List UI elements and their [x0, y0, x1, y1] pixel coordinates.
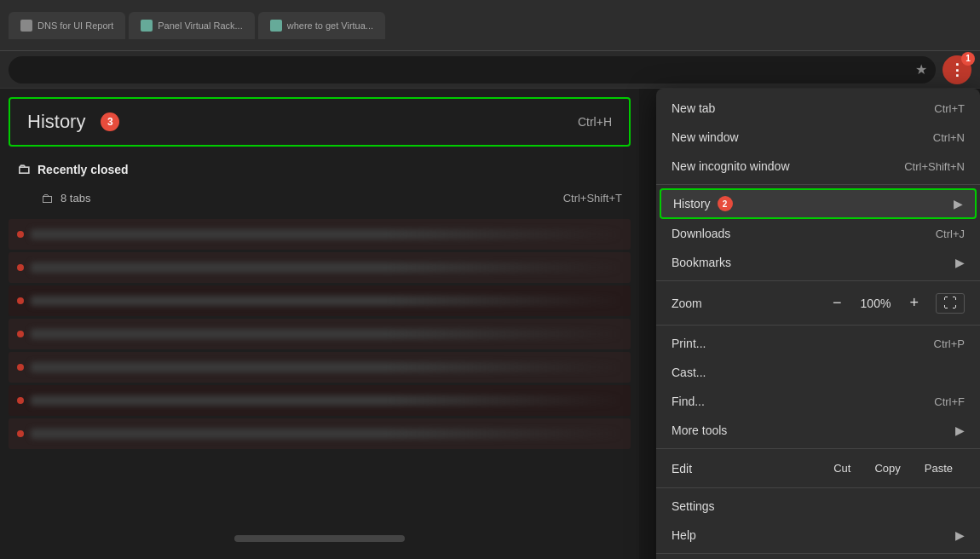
- copy-button[interactable]: Copy: [862, 458, 912, 479]
- menu-item-help[interactable]: Help ▶: [656, 521, 980, 550]
- menu-item-find[interactable]: Find... Ctrl+F: [656, 387, 980, 416]
- zoom-plus-button[interactable]: +: [902, 292, 925, 314]
- tab-1[interactable]: DNS for UI Report: [9, 12, 125, 39]
- divider-5: [656, 487, 980, 488]
- tab-1-label: DNS for UI Report: [37, 20, 113, 31]
- zoom-value: 100%: [858, 297, 892, 310]
- menu-item-new-incognito[interactable]: New incognito window Ctrl+Shift+N: [656, 152, 980, 181]
- dropdown-menu: New tab Ctrl+T New window Ctrl+N New inc…: [656, 89, 980, 559]
- history-menu-badge: 2: [718, 196, 733, 211]
- tab-3-label: where to get Virtua...: [287, 20, 373, 31]
- history-dot-5: [17, 364, 24, 371]
- more-tools-label: More tools: [672, 424, 727, 437]
- recently-closed-label: Recently closed: [37, 163, 129, 176]
- menu-item-cast[interactable]: Cast...: [656, 358, 980, 387]
- menu-item-new-window[interactable]: New window Ctrl+N: [656, 123, 980, 152]
- tab-3-favicon: [270, 20, 282, 32]
- edit-label: Edit: [672, 462, 821, 475]
- history-dot-2: [17, 264, 24, 271]
- history-item-text-4: [31, 329, 622, 339]
- downloads-shortcut: Ctrl+J: [936, 228, 965, 240]
- paste-button[interactable]: Paste: [913, 458, 965, 479]
- menu-button[interactable]: ⋮ 1: [943, 55, 971, 84]
- edit-row: Edit Cut Copy Paste: [656, 452, 980, 484]
- zoom-minus-button[interactable]: −: [826, 292, 849, 314]
- history-header: History 3 Ctrl+H: [9, 97, 631, 147]
- tab-2[interactable]: Panel Virtual Rack...: [129, 12, 254, 39]
- cast-label: Cast...: [672, 366, 706, 379]
- history-item-4[interactable]: [9, 319, 631, 349]
- main-content: History 3 Ctrl+H 🗀 Recently closed 🗀 8 t…: [0, 89, 980, 559]
- tab-bar: DNS for UI Report Panel Virtual Rack... …: [9, 12, 971, 39]
- tabs-folder-icon: 🗀: [41, 191, 54, 205]
- history-item-text-1: [31, 229, 622, 239]
- history-arrow-icon: ▶: [954, 197, 963, 210]
- history-dot-4: [17, 331, 24, 337]
- bookmarks-arrow-icon: ▶: [955, 256, 965, 269]
- history-shortcut: Ctrl+H: [578, 115, 612, 129]
- tabs-entry-label: 8 tabs: [61, 192, 90, 205]
- divider-2: [656, 280, 980, 281]
- divider-4: [656, 448, 980, 449]
- help-arrow-icon: ▶: [955, 528, 965, 542]
- print-shortcut: Ctrl+P: [934, 337, 965, 350]
- find-label: Find...: [672, 395, 705, 408]
- history-dot-1: [17, 231, 24, 238]
- browser-chrome: DNS for UI Report Panel Virtual Rack... …: [0, 0, 980, 51]
- tab-3[interactable]: where to get Virtua...: [258, 12, 385, 39]
- bookmarks-label: Bookmarks: [672, 256, 731, 269]
- scrollbar[interactable]: [234, 535, 405, 542]
- toolbar: ★ ⋮ 1: [0, 51, 980, 89]
- history-item-1[interactable]: [9, 219, 631, 250]
- history-item-text-5: [31, 362, 622, 372]
- history-dot-6: [17, 397, 24, 404]
- menu-item-history[interactable]: History 2 ▶: [660, 188, 977, 219]
- downloads-label: Downloads: [672, 227, 730, 240]
- menu-item-new-tab[interactable]: New tab Ctrl+T: [656, 94, 980, 123]
- zoom-label: Zoom: [672, 297, 702, 310]
- zoom-row: Zoom − 100% + ⛶: [656, 285, 980, 321]
- tab-2-label: Panel Virtual Rack...: [158, 20, 242, 31]
- zoom-fullscreen-button[interactable]: ⛶: [936, 293, 965, 314]
- history-badge-3: 3: [101, 112, 119, 131]
- history-item-text-7: [31, 429, 622, 439]
- menu-item-more-tools[interactable]: More tools ▶: [656, 416, 980, 445]
- history-dot-7: [17, 430, 24, 437]
- history-item-3[interactable]: [9, 285, 631, 316]
- history-item-text-6: [31, 395, 622, 406]
- history-panel-title: History: [27, 111, 85, 133]
- history-item-5[interactable]: [9, 352, 631, 383]
- find-shortcut: Ctrl+F: [934, 395, 965, 408]
- divider-6: [656, 553, 980, 554]
- history-item-2[interactable]: [9, 252, 631, 283]
- menu-item-bookmarks[interactable]: Bookmarks ▶: [656, 248, 980, 277]
- tab-2-favicon: [141, 20, 153, 32]
- zoom-controls: − 100% + ⛶: [826, 292, 965, 314]
- menu-item-settings[interactable]: Settings: [656, 492, 980, 521]
- star-icon: ★: [915, 61, 927, 78]
- history-list: [0, 219, 639, 449]
- cut-button[interactable]: Cut: [821, 458, 862, 479]
- folder-icon: 🗀: [17, 162, 31, 177]
- tab-1-favicon: [20, 20, 32, 32]
- tabs-shortcut: Ctrl+Shift+T: [563, 192, 622, 205]
- divider-3: [656, 325, 980, 326]
- new-window-label: New window: [672, 130, 739, 144]
- history-dot-3: [17, 297, 24, 304]
- history-item-7[interactable]: [9, 418, 631, 449]
- address-bar[interactable]: ★: [9, 56, 936, 84]
- history-item-text-2: [31, 262, 622, 273]
- menu-item-print[interactable]: Print... Ctrl+P: [656, 329, 980, 358]
- history-item-6[interactable]: [9, 385, 631, 416]
- settings-label: Settings: [672, 499, 715, 513]
- new-incognito-label: New incognito window: [672, 159, 790, 173]
- new-window-shortcut: Ctrl+N: [933, 131, 965, 144]
- history-panel: History 3 Ctrl+H 🗀 Recently closed 🗀 8 t…: [0, 89, 639, 559]
- tabs-entry[interactable]: 🗀 8 tabs Ctrl+Shift+T: [0, 184, 639, 212]
- print-label: Print...: [672, 337, 706, 350]
- help-label: Help: [672, 528, 696, 542]
- recently-closed-section: 🗀 Recently closed: [0, 155, 639, 184]
- menu-badge: 1: [961, 52, 975, 66]
- menu-item-downloads[interactable]: Downloads Ctrl+J: [656, 219, 980, 248]
- divider-1: [656, 184, 980, 185]
